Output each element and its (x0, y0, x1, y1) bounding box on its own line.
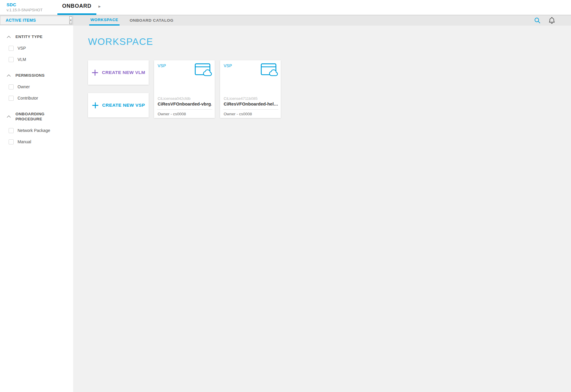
search-icon (534, 17, 541, 24)
create-new-vsp-button[interactable]: CREATE NEW VSP (88, 93, 149, 117)
filter-option-manual[interactable]: Manual (7, 139, 73, 144)
vsp-software-product-icon (261, 63, 278, 77)
bell-icon (548, 16, 556, 24)
checkbox-manual[interactable] (9, 139, 14, 144)
tab-onboard-catalog-label: ONBOARD CATALOG (130, 18, 173, 23)
sdc-logo-text: SDC (7, 2, 43, 7)
active-items-dropdown[interactable]: ACTIVE ITEMS ▼ (0, 16, 73, 25)
tab-workspace-label: WORKSPACE (90, 18, 118, 22)
filter-option-vlm[interactable]: VLM (7, 57, 73, 62)
filter-section-entity-type-header[interactable]: ENTITY TYPE (7, 34, 73, 40)
checkbox-network-package[interactable] (9, 128, 14, 133)
sdc-logo[interactable]: SDC v.1.15.0-SNAPSHOT (7, 2, 43, 12)
plus-icon (92, 102, 99, 109)
active-items-label: ACTIVE ITEMS (6, 18, 36, 23)
dropdown-handle[interactable]: ▼ (69, 16, 72, 24)
chevron-up-icon (7, 36, 11, 38)
filter-option-label: Owner (18, 84, 30, 89)
card-item-name: CiResVFOnboarded-vbrg… (158, 101, 212, 106)
filter-section-entity-type: ENTITY TYPE VSP VLM (0, 34, 73, 62)
card-item-name: CiResVFOnboarded-hel… (224, 101, 278, 106)
card-permission-text: Owner - cs0008 (224, 112, 252, 116)
chevron-up-icon (7, 115, 11, 118)
filter-section-permissions-header[interactable]: PERMISSIONS (7, 73, 73, 78)
filter-option-label: VLM (18, 57, 26, 62)
card-permission-text: Owner - cs0008 (158, 112, 186, 116)
vsp-software-product-icon (195, 63, 212, 77)
checkbox-contributor[interactable] (9, 96, 14, 101)
filter-section-title: ENTITY TYPE (15, 34, 43, 40)
create-new-vlm-button[interactable]: CREATE NEW VLM (88, 60, 149, 85)
filters-sidebar: ENTITY TYPE VSP VLM PERMISSIONS Owner Co… (0, 26, 73, 392)
filter-section-title: PERMISSIONS (15, 73, 45, 78)
cards-grid: CREATE NEW VLM CREATE NEW VSP VSP CiLice… (88, 60, 571, 118)
app-version: v.1.15.0-SNAPSHOT (7, 8, 43, 12)
filter-option-owner[interactable]: Owner (7, 84, 73, 89)
filter-option-label: Contributor (18, 96, 38, 100)
filter-option-label: Manual (18, 139, 31, 144)
filter-section-onboarding-procedure: ONBOARDING PROCEDURE Network Package Man… (0, 112, 73, 144)
checkbox-vlm[interactable] (9, 57, 14, 62)
card-divider (157, 109, 212, 110)
filter-option-vsp[interactable]: VSP (7, 46, 73, 51)
nav-expand-arrow-icon[interactable]: ▶ (98, 5, 101, 8)
tab-onboard-catalog[interactable]: ONBOARD CATALOG (128, 15, 175, 26)
page-title: WORKSPACE (88, 36, 571, 47)
create-new-vsp-label: CREATE NEW VSP (102, 103, 145, 108)
tab-workspace[interactable]: WORKSPACE (89, 15, 120, 26)
plus-icon (92, 69, 98, 76)
nav-tab-onboard[interactable]: ONBOARD (57, 0, 96, 15)
nav-tab-onboard-label: ONBOARD (62, 3, 92, 9)
workspace-panel: WORKSPACE CREATE NEW VLM CREATE NEW VSP … (73, 26, 571, 392)
card-divider (223, 109, 278, 110)
chevron-down-icon: ▼ (70, 19, 72, 21)
filter-option-contributor[interactable]: Contributor (7, 96, 73, 101)
vsp-card[interactable]: VSP CiLicense4711b085 CiResVFOnboarded-h… (220, 60, 281, 118)
filter-option-label: VSP (18, 46, 26, 51)
app-header: SDC v.1.15.0-SNAPSHOT ONBOARD ▶ (0, 0, 571, 15)
create-new-vlm-label: CREATE NEW VLM (102, 70, 145, 75)
filter-section-title: ONBOARDING PROCEDURE (15, 112, 59, 122)
filter-option-network-package[interactable]: Network Package (7, 128, 73, 133)
filter-section-onboarding-procedure-header[interactable]: ONBOARDING PROCEDURE (7, 112, 73, 122)
create-buttons-column: CREATE NEW VLM CREATE NEW VSP (88, 60, 149, 117)
filter-section-permissions: PERMISSIONS Owner Contributor (0, 73, 73, 101)
chevron-up-icon (7, 74, 11, 77)
checkbox-owner[interactable] (9, 84, 14, 89)
notifications-button[interactable] (548, 16, 556, 24)
card-vendor-name: CiLicensea042cfdb (158, 96, 212, 101)
secondary-toolbar: ACTIVE ITEMS ▼ WORKSPACE ONBOARD CATALOG (0, 15, 571, 26)
search-button[interactable] (534, 17, 541, 24)
vsp-card[interactable]: VSP CiLicensea042cfdb CiResVFOnboarded-v… (154, 60, 215, 118)
checkbox-vsp[interactable] (9, 46, 14, 51)
filter-option-label: Network Package (18, 128, 50, 133)
card-vendor-name: CiLicense4711b085 (224, 96, 278, 101)
